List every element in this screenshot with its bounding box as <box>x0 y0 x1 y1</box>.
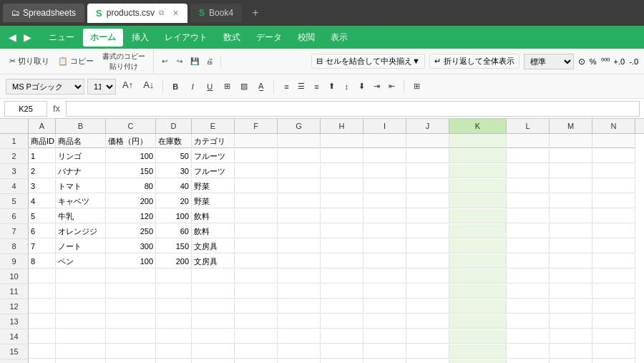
cell-4-K[interactable] <box>449 179 507 193</box>
cell-1-B[interactable]: 商品名 <box>56 134 106 148</box>
cell-3-M[interactable] <box>550 164 592 178</box>
cell-15-D[interactable] <box>156 344 192 359</box>
cell-3-H[interactable] <box>321 164 364 178</box>
pct-btn[interactable]: % <box>590 57 597 66</box>
cell-10-K[interactable] <box>449 269 507 284</box>
cell-14-I[interactable] <box>364 329 406 344</box>
cell-16-F[interactable] <box>235 359 278 363</box>
cell-3-F[interactable] <box>235 164 278 178</box>
cell-16-E[interactable] <box>192 359 235 363</box>
cell-4-A[interactable]: 3 <box>29 179 56 193</box>
col-header-b[interactable]: B <box>56 119 106 133</box>
cell-2-J[interactable] <box>406 149 449 163</box>
cell-7-B[interactable]: オレンジジ <box>56 224 106 238</box>
cell-8-M[interactable] <box>550 239 592 253</box>
cell-2-H[interactable] <box>321 149 364 163</box>
cell-7-F[interactable] <box>235 224 278 238</box>
cell-7-M[interactable] <box>550 224 592 238</box>
cell-4-G[interactable] <box>278 179 321 193</box>
cell-7-J[interactable] <box>406 224 449 238</box>
cell-5-I[interactable] <box>364 194 406 208</box>
cell-16-L[interactable] <box>507 359 550 363</box>
cell-6-C[interactable]: 120 <box>106 209 156 223</box>
nav-right-icon[interactable]: ▶ <box>21 30 34 44</box>
cell-4-M[interactable] <box>550 179 592 193</box>
cell-11-H[interactable] <box>321 284 364 299</box>
cell-9-H[interactable] <box>321 254 364 268</box>
cell-1-I[interactable] <box>364 134 406 148</box>
cell-2-A[interactable]: 1 <box>29 149 56 163</box>
cell-12-L[interactable] <box>507 299 550 314</box>
new-tab-button[interactable]: + <box>245 2 265 24</box>
save-icon[interactable]: 💾 <box>188 55 201 68</box>
cell-1-M[interactable] <box>550 134 592 148</box>
row-header-3[interactable]: 3 <box>0 164 29 179</box>
cell-5-N[interactable] <box>592 194 635 208</box>
italic-button[interactable]: I <box>185 79 200 95</box>
cell-9-K[interactable] <box>449 254 507 268</box>
cell-16-I[interactable] <box>364 359 406 363</box>
cell-6-F[interactable] <box>235 209 278 223</box>
cell-16-B[interactable] <box>56 359 106 363</box>
cell-9-A[interactable]: 8 <box>29 254 56 268</box>
cell-15-E[interactable] <box>192 344 235 359</box>
cell-10-H[interactable] <box>321 269 364 284</box>
cell-13-J[interactable] <box>406 314 449 329</box>
cell-14-F[interactable] <box>235 329 278 344</box>
cell-5-A[interactable]: 4 <box>29 194 56 208</box>
cell-3-E[interactable]: フルーツ <box>192 164 235 178</box>
cell-10-N[interactable] <box>592 269 635 284</box>
formula-fx-icon[interactable]: fx <box>50 103 63 114</box>
tab-file[interactable]: S products.csv ⧉ ✕ <box>87 4 187 23</box>
cell-14-A[interactable] <box>29 329 56 344</box>
cell-7-D[interactable]: 60 <box>156 224 192 238</box>
cell-7-K[interactable] <box>449 224 507 238</box>
cell-5-G[interactable] <box>278 194 321 208</box>
row-header-12[interactable]: 12 <box>0 299 29 314</box>
cell-5-J[interactable] <box>406 194 449 208</box>
cell-7-E[interactable]: 飲料 <box>192 224 235 238</box>
font-shrink-btn[interactable]: A↓ <box>140 79 157 95</box>
cell-4-H[interactable] <box>321 179 364 193</box>
col-header-c[interactable]: C <box>106 119 156 133</box>
cell-2-C[interactable]: 100 <box>106 149 156 163</box>
cell-12-C[interactable] <box>106 299 156 314</box>
cell-13-C[interactable] <box>106 314 156 329</box>
cell-9-J[interactable] <box>406 254 449 268</box>
cell-12-H[interactable] <box>321 299 364 314</box>
cell-1-F[interactable] <box>235 134 278 148</box>
cell-13-L[interactable] <box>507 314 550 329</box>
file-tab-close[interactable]: ✕ <box>172 9 179 18</box>
cell-3-D[interactable]: 30 <box>156 164 192 178</box>
cell-14-N[interactable] <box>592 329 635 344</box>
formula-input[interactable] <box>66 101 640 117</box>
cell-8-K[interactable] <box>449 239 507 253</box>
col-header-k[interactable]: K <box>449 119 507 133</box>
cell-15-A[interactable] <box>29 344 56 359</box>
print-icon[interactable]: 🖨 <box>203 55 216 68</box>
cell-11-L[interactable] <box>507 284 550 299</box>
cell-13-A[interactable] <box>29 314 56 329</box>
row-header-16[interactable]: 16 <box>0 359 29 363</box>
cut-button[interactable]: ✂ 切り取り <box>6 54 53 68</box>
cell-10-A[interactable] <box>29 269 56 284</box>
cell-11-N[interactable] <box>592 284 635 299</box>
cell-6-G[interactable] <box>278 209 321 223</box>
cell-13-M[interactable] <box>550 314 592 329</box>
cell-1-C[interactable]: 価格（円） <box>106 134 156 148</box>
cell-11-J[interactable] <box>406 284 449 299</box>
row-header-8[interactable]: 8 <box>0 239 29 254</box>
tab-book[interactable]: S Book4 <box>190 4 242 22</box>
row-header-11[interactable]: 11 <box>0 284 29 299</box>
cell-13-D[interactable] <box>156 314 192 329</box>
cell-14-L[interactable] <box>507 329 550 344</box>
cell-3-B[interactable]: バナナ <box>56 164 106 178</box>
cell-11-D[interactable] <box>156 284 192 299</box>
cell-12-K[interactable] <box>449 299 507 314</box>
cell-7-H[interactable] <box>321 224 364 238</box>
col-header-j[interactable]: J <box>406 119 449 133</box>
cell-3-K[interactable] <box>449 164 507 178</box>
cell-12-J[interactable] <box>406 299 449 314</box>
font-size-select[interactable]: 11 <box>87 79 116 95</box>
cell-6-H[interactable] <box>321 209 364 223</box>
